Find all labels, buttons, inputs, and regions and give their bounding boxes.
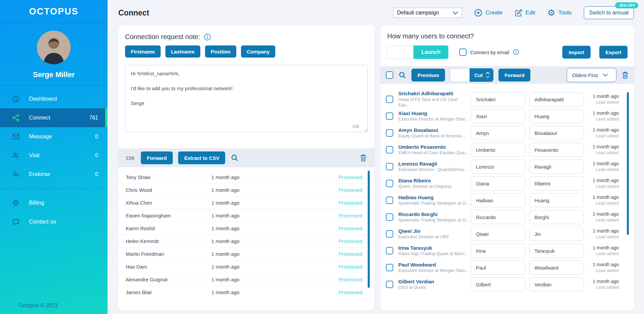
lead-checkbox[interactable]	[386, 281, 393, 288]
switch-to-annual-button[interactable]: Switch to annual -35% OFF	[584, 6, 634, 19]
info-icon[interactable]	[204, 33, 211, 41]
lead-checkbox[interactable]	[386, 264, 393, 271]
sidebar-item-visit[interactable]: Visit 0	[0, 146, 108, 165]
export-button[interactable]: Export	[599, 46, 628, 59]
firstname-input[interactable]	[471, 143, 525, 157]
search-button[interactable]	[398, 71, 406, 79]
lead-checkbox[interactable]	[386, 96, 393, 103]
select-all-checkbox[interactable]	[386, 71, 393, 79]
sidebar-item-endorse[interactable]: Endorse 0	[0, 165, 108, 184]
lead-name[interactable]: Paul Woodward	[398, 262, 470, 268]
firstname-input[interactable]	[471, 244, 525, 258]
sort-select[interactable]: Oldest First	[567, 68, 616, 82]
stepper-arrows-icon[interactable]	[485, 72, 490, 78]
delete-button[interactable]	[360, 154, 367, 162]
premium-button[interactable]: Premium	[411, 69, 445, 81]
campaign-select[interactable]: Default campaign	[393, 8, 462, 18]
lastname-input[interactable]	[529, 210, 584, 224]
lastname-input[interactable]	[529, 109, 584, 123]
sidebar-item-message[interactable]: Message 0	[0, 127, 108, 146]
lastname-input[interactable]	[529, 277, 584, 291]
tag-position-button[interactable]: Position	[205, 45, 236, 58]
octopus-logo: OCTOPUS	[29, 6, 78, 17]
tag-firstname-button[interactable]: Firstname	[125, 45, 161, 58]
create-button[interactable]: Create	[474, 9, 502, 17]
sidebar-item-dashboard[interactable]: Dashboard	[0, 90, 108, 108]
avatar[interactable]	[37, 31, 71, 64]
tag-lastname-button[interactable]: Lastname	[165, 45, 200, 58]
lead-name[interactable]: Qiwei Jin	[398, 228, 470, 235]
extract-csv-button[interactable]: Extract to CSV	[178, 151, 225, 164]
firstname-input[interactable]	[471, 109, 525, 123]
firstname-input[interactable]	[471, 176, 525, 190]
table-row[interactable]: Chris Wood 1 month ago Processed	[118, 183, 374, 196]
topbar-actions: Default campaign Create Edit ⚙ Tools Swi…	[393, 6, 634, 19]
lastname-input[interactable]	[529, 176, 584, 190]
sidebar-item-contact-us[interactable]: Contact us	[0, 212, 108, 231]
firstname-input[interactable]	[471, 92, 525, 106]
lead-checkbox[interactable]	[386, 112, 393, 120]
tag-company-button[interactable]: Company	[241, 45, 275, 58]
table-row[interactable]: Xihua Chen 1 month ago Processed	[118, 196, 374, 209]
table-row[interactable]: James Blair 1 month ago Processed	[118, 286, 374, 299]
connect-by-email-checkbox[interactable]	[459, 48, 467, 56]
table-row[interactable]: Helen Kemmitt 1 month ago Processed	[118, 235, 374, 247]
cut-button[interactable]: Cut	[470, 68, 493, 82]
lastname-input[interactable]	[529, 193, 584, 207]
lastname-input[interactable]	[529, 260, 584, 275]
sidebar-item-connect[interactable]: Connect 761	[0, 108, 108, 127]
lead-checkbox[interactable]	[386, 129, 393, 137]
scrollbar[interactable]	[368, 171, 370, 288]
lastname-input[interactable]	[529, 92, 584, 106]
lead-checkbox[interactable]	[386, 230, 393, 238]
lead-name[interactable]: Irina Tarasyuk	[398, 245, 470, 251]
lastname-input[interactable]	[529, 126, 584, 140]
lastname-input[interactable]	[529, 160, 584, 174]
delete-button[interactable]	[621, 71, 629, 79]
forward-button[interactable]: Forward	[141, 151, 173, 164]
forward-button[interactable]: Forward	[498, 69, 530, 81]
lead-checkbox[interactable]	[386, 213, 393, 221]
table-row[interactable]: Tony Shaw 1 month ago Processed	[118, 171, 374, 183]
launch-button[interactable]: Launch	[413, 45, 448, 59]
table-row[interactable]: Easen Rajasingham 1 month ago Processed	[118, 209, 374, 222]
firstname-input[interactable]	[471, 210, 525, 224]
import-button[interactable]: Import	[562, 46, 591, 59]
firstname-input[interactable]	[471, 193, 525, 207]
table-row[interactable]: Martin Freedman 1 month ago Processed	[118, 247, 374, 260]
firstname-input[interactable]	[471, 227, 525, 241]
lead-name[interactable]: Haibiao Huang	[398, 195, 470, 201]
firstname-input[interactable]	[471, 260, 525, 275]
lastname-input[interactable]	[529, 227, 584, 241]
table-row[interactable]: Karim Roshd 1 month ago Processed	[118, 222, 374, 235]
lead-checkbox[interactable]	[386, 146, 393, 153]
cut-count-input[interactable]	[450, 68, 470, 82]
lead-name[interactable]: Diana Ribeiro	[398, 178, 470, 184]
firstname-input[interactable]	[471, 160, 525, 174]
lead-name[interactable]: Xiaxi Huang	[398, 110, 470, 117]
search-button[interactable]	[231, 154, 239, 162]
lead-checkbox[interactable]	[386, 163, 393, 170]
lead-name[interactable]: Riccardo Borghi	[398, 211, 470, 218]
lead-name[interactable]: Gilbert Verdian	[398, 279, 470, 285]
table-row[interactable]: Hao Dam 1 month ago Processed	[118, 260, 374, 273]
edit-button[interactable]: Edit	[515, 9, 535, 17]
firstname-input[interactable]	[471, 277, 525, 291]
lead-checkbox[interactable]	[386, 247, 393, 254]
lead-name[interactable]: Amyn Boualaoui	[398, 127, 470, 134]
table-row[interactable]: Alexandre Guignot 1 month ago Processed	[118, 273, 374, 286]
lead-name[interactable]: Lorenzo Ravagli	[398, 161, 470, 167]
note-textarea[interactable]	[125, 65, 368, 132]
sidebar-item-billing[interactable]: ⚙ Billing	[0, 194, 108, 212]
lead-name[interactable]: Srichakri Adhikarapatti	[398, 91, 470, 97]
firstname-input[interactable]	[471, 126, 525, 140]
tools-button[interactable]: ⚙ Tools	[548, 8, 572, 17]
info-icon[interactable]	[513, 49, 519, 55]
lead-name[interactable]: Umberto Pesavento	[398, 144, 470, 150]
users-count-input[interactable]	[387, 45, 413, 59]
lastname-input[interactable]	[529, 143, 584, 157]
lastname-input[interactable]	[529, 244, 584, 258]
lead-checkbox[interactable]	[386, 180, 393, 187]
scrollbar[interactable]	[627, 92, 629, 235]
lead-checkbox[interactable]	[386, 197, 393, 204]
